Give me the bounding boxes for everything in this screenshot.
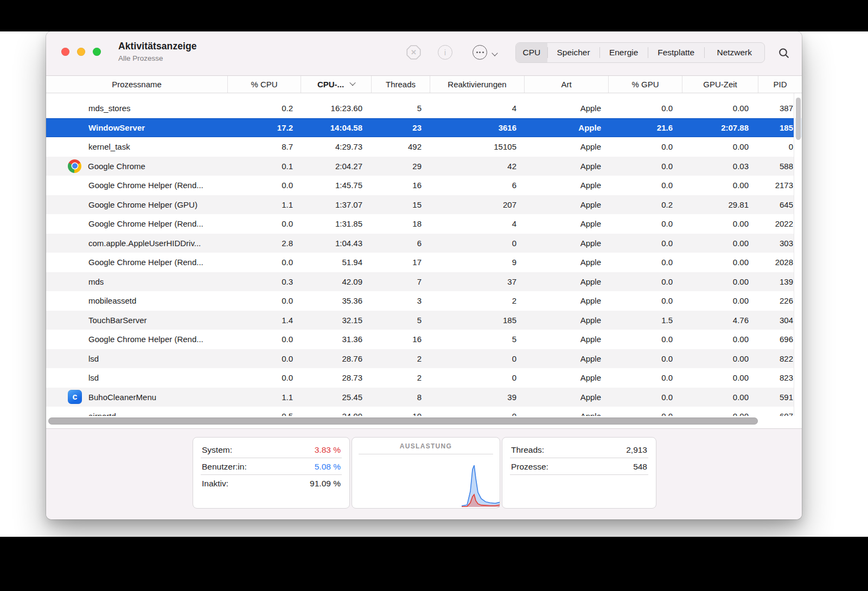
process-name: com.apple.AppleUserHIDDriv... (88, 239, 201, 248)
buhocleaner-icon: c (68, 390, 82, 404)
cell-cpu: 1.1 (228, 200, 301, 209)
cell-wakeups: 37 (430, 277, 525, 286)
table-row[interactable]: mds_stores0.216:23.6054Apple0.00.00387 (46, 99, 802, 118)
cell-cpu_time: 1:37.07 (301, 200, 372, 209)
cell-cpu_time: 28.76 (301, 354, 372, 363)
app-icon-slot (68, 236, 82, 250)
cell-kind: Apple (525, 200, 609, 209)
cell-cpu_time: 16:23.60 (301, 104, 372, 113)
cell-gpu_time: 0.00 (682, 296, 758, 305)
table-row[interactable]: Google Chrome Helper (Rend...0.051.94179… (46, 253, 802, 272)
cell-cpu_time: 32.15 (301, 316, 372, 325)
stat-value: 3.83 % (315, 445, 341, 455)
vertical-scrollbar-thumb[interactable] (796, 98, 801, 140)
cell-kind: Apple (525, 219, 609, 228)
column-header-cpu_time[interactable]: CPU-... (301, 76, 372, 93)
cell-cpu_time: 2:04.27 (301, 162, 372, 171)
table-header: Prozessname% CPUCPU-...ThreadsReaktivier… (46, 76, 802, 93)
cell-threads: 492 (372, 142, 430, 151)
table-row[interactable]: cBuhoCleanerMenu1.125.45839Apple0.00.005… (46, 388, 802, 407)
cell-threads: 23 (372, 123, 430, 132)
cell-name: kernel_task (46, 140, 228, 154)
table-row[interactable]: WindowServer17.214:04.58233616Apple21.62… (46, 118, 802, 138)
cell-cpu_time: 24.09 (301, 412, 372, 416)
chevron-down-icon[interactable] (492, 50, 497, 56)
table-rows: mds_stores0.216:23.6054Apple0.00.00387Wi… (46, 99, 802, 416)
table-row[interactable]: com.apple.AppleUserHIDDriv...2.81:04.436… (46, 234, 802, 253)
column-header-pid[interactable]: PID (758, 76, 802, 93)
window-title: Aktivitätsanzeige (118, 41, 197, 52)
tab-cpu[interactable]: CPU (516, 43, 547, 62)
process-name: TouchBarServer (88, 316, 147, 325)
cell-kind: Apple (525, 258, 609, 267)
column-header-cpu[interactable]: % CPU (228, 76, 301, 93)
cell-threads: 6 (372, 239, 430, 248)
table-row[interactable]: Google Chrome Helper (GPU)1.11:37.071520… (46, 195, 802, 215)
cell-threads: 17 (372, 258, 430, 267)
close-window-button[interactable] (61, 48, 69, 56)
cell-gpu: 0.0 (609, 162, 682, 171)
cell-kind: Apple (525, 412, 609, 416)
table-row[interactable]: Google Chrome Helper (Rend...0.031.36165… (46, 330, 802, 349)
cell-name: Google Chrome Helper (GPU) (46, 197, 228, 211)
cell-threads: 10 (372, 412, 430, 416)
cell-gpu: 0.0 (609, 412, 682, 416)
cell-cpu: 0.5 (228, 412, 301, 416)
table-row[interactable]: Google Chrome Helper (Rend...0.01:45.751… (46, 176, 802, 195)
table-row[interactable]: kernel_task8.74:29.7349215105Apple0.00.0… (46, 137, 802, 157)
zoom-window-button[interactable] (93, 48, 101, 56)
app-icon-slot (68, 255, 82, 269)
cell-kind: Apple (525, 142, 609, 151)
cell-kind: Apple (525, 316, 609, 325)
minimize-window-button[interactable] (77, 48, 85, 56)
stat-value: 91.09 % (310, 479, 341, 489)
process-name: Google Chrome Helper (GPU) (88, 200, 197, 209)
column-header-gpu_time[interactable]: GPU-Zeit (682, 76, 758, 93)
cell-cpu_time: 25.45 (301, 393, 372, 402)
tab-netzwerk[interactable]: Netzwerk (704, 43, 764, 62)
table-row[interactable]: TouchBarServer1.432.155185Apple1.54.7630… (46, 311, 802, 330)
traffic-lights (61, 48, 101, 56)
column-header-kind[interactable]: Art (525, 76, 609, 93)
table-row[interactable]: lsd0.028.7320Apple0.00.00823 (46, 368, 802, 388)
column-header-threads[interactable]: Threads (372, 76, 430, 93)
column-header-wakeups[interactable]: Reaktivierungen (430, 76, 525, 93)
horizontal-scrollbar-thumb[interactable] (48, 417, 758, 425)
cell-cpu: 0.0 (228, 219, 301, 228)
table-row[interactable]: airportd0.524.09100Apple0.00.00607 (46, 407, 802, 416)
chart-title: AUSLASTUNG (352, 438, 500, 450)
cell-cpu_time: 1:45.75 (301, 181, 372, 190)
cell-cpu: 0.0 (228, 258, 301, 267)
column-header-name[interactable]: Prozessname (46, 76, 228, 93)
cell-kind: Apple (525, 277, 609, 286)
quit-process-button[interactable]: ✕ (406, 45, 421, 60)
column-header-gpu[interactable]: % GPU (609, 76, 682, 93)
process-name: airportd (88, 412, 116, 416)
process-name: Google Chrome Helper (Rend... (88, 335, 203, 344)
inspect-process-button[interactable]: i (438, 45, 452, 60)
cell-cpu_time: 31.36 (301, 335, 372, 344)
cell-wakeups: 0 (430, 412, 525, 416)
cell-cpu: 1.4 (228, 316, 301, 325)
cell-gpu: 0.0 (609, 219, 682, 228)
cell-name: cBuhoCleanerMenu (46, 390, 228, 404)
vertical-scrollbar[interactable] (794, 93, 802, 416)
tab-energie[interactable]: Energie (599, 43, 648, 62)
cell-name: com.apple.AppleUserHIDDriv... (46, 236, 228, 250)
cell-name: lsd (46, 351, 228, 365)
more-options-button[interactable] (473, 45, 487, 60)
search-button[interactable] (776, 46, 792, 61)
cell-cpu: 0.0 (228, 181, 301, 190)
app-icon-slot (68, 371, 82, 385)
table-row[interactable]: lsd0.028.7620Apple0.00.00822 (46, 349, 802, 369)
tab-festplatte[interactable]: Festplatte (648, 43, 705, 62)
app-icon-slot (68, 274, 82, 288)
table-row[interactable]: mobileassetd0.035.3632Apple0.00.00226 (46, 291, 802, 311)
table-row[interactable]: Google Chrome0.12:04.272942Apple0.00.035… (46, 157, 802, 176)
cell-gpu_time: 0.00 (682, 393, 758, 402)
table-row[interactable]: mds0.342.09737Apple0.00.00139 (46, 272, 802, 292)
tab-speicher[interactable]: Speicher (547, 43, 600, 62)
cpu-stat-row: Benutzer:in:5.08 % (193, 458, 349, 475)
cell-cpu: 0.0 (228, 296, 301, 305)
table-row[interactable]: Google Chrome Helper (Rend...0.01:31.851… (46, 214, 802, 234)
